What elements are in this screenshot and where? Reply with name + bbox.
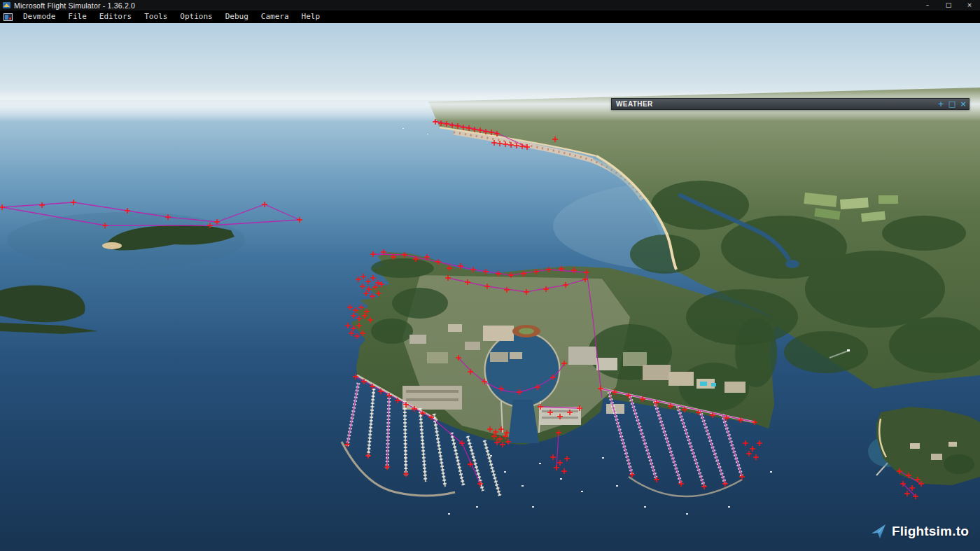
- menu-item-options[interactable]: Options: [174, 11, 218, 23]
- weather-panel-title: WEATHER: [612, 100, 935, 108]
- menu-item-tools[interactable]: Tools: [138, 11, 174, 23]
- menu-bar: Devmode File Editors Tools Options Debug…: [0, 11, 980, 23]
- menu-item-editors[interactable]: Editors: [93, 11, 138, 23]
- weather-add-button[interactable]: +: [935, 99, 946, 109]
- window-title: Microsoft Flight Simulator - 1.36.2.0: [14, 1, 917, 10]
- menu-item-camera[interactable]: Camera: [255, 11, 295, 23]
- menu-item-help[interactable]: Help: [295, 11, 327, 23]
- titlebar[interactable]: Microsoft Flight Simulator - 1.36.2.0 – …: [0, 0, 980, 11]
- app-window: Microsoft Flight Simulator - 1.36.2.0 – …: [0, 0, 980, 551]
- weather-panel[interactable]: WEATHER + □ ×: [611, 98, 969, 110]
- menu-item-debug[interactable]: Debug: [219, 11, 255, 23]
- minimize-button[interactable]: –: [917, 0, 938, 11]
- app-icon: [3, 1, 10, 9]
- menu-item-file[interactable]: File: [62, 11, 93, 23]
- weather-close-button[interactable]: ×: [958, 99, 969, 109]
- restore-button[interactable]: □: [938, 0, 959, 11]
- menu-item-devmode[interactable]: Devmode: [17, 11, 62, 23]
- devmode-icon: [4, 13, 13, 21]
- weather-float-button[interactable]: □: [946, 99, 958, 109]
- close-button[interactable]: ×: [959, 0, 980, 11]
- game-viewport[interactable]: WEATHER + □ × Flightsim.to: [0, 23, 980, 551]
